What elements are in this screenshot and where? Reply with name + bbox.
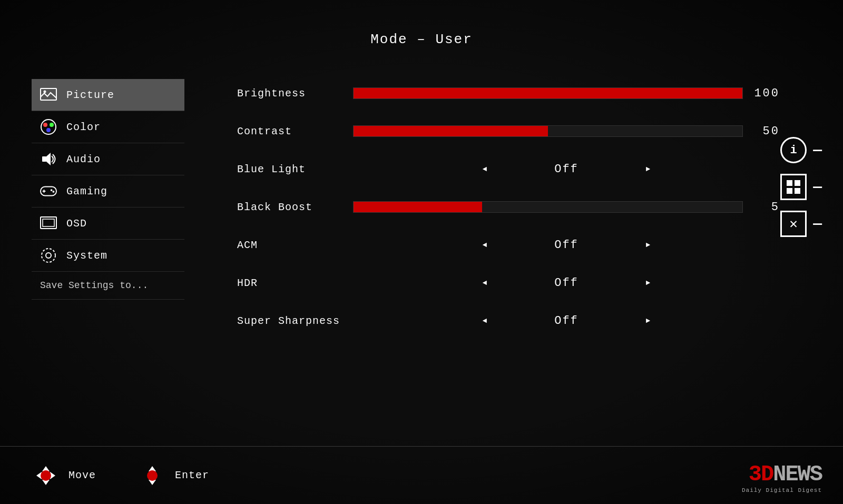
svg-point-1 [44,91,46,93]
svg-point-16 [42,249,55,262]
sidebar-item-picture[interactable]: Picture [32,79,184,111]
screen: Mode – User Picture [0,0,843,504]
save-settings-button[interactable]: Save Settings to... [32,272,184,300]
right-icons-panel: i — — ✕ — [780,137,822,237]
grid-icon-svg [787,180,800,194]
hdr-arrow-control: ◄ Off ► [353,275,780,291]
brightness-label: Brightness [237,87,353,100]
grid-cell-3 [787,188,792,194]
black-boost-control: 5 [353,201,780,214]
sidebar-label-picture: Picture [66,89,114,101]
svg-rect-6 [42,156,46,162]
audio-icon [40,151,57,167]
page-title: Mode – User [0,0,843,47]
svg-point-3 [43,123,47,127]
svg-point-4 [50,123,54,127]
sidebar-item-gaming[interactable]: Gaming [32,175,184,207]
dpad-down [42,480,50,489]
sidebar-item-osd[interactable]: OSD [32,207,184,240]
acm-control: ◄ Off ► [353,237,780,253]
black-boost-row: Black Boost 5 [237,193,780,221]
gaming-icon [40,183,57,200]
blue-light-label: Blue Light [237,163,353,175]
bottom-bar: Move Enter [0,446,843,504]
enter-hint: Enter [138,461,209,490]
svg-marker-7 [46,153,51,165]
move-label: Move [68,469,96,481]
dpad-center [41,470,51,481]
enter-label: Enter [175,469,209,481]
svg-point-15 [46,253,51,258]
main-content: Picture Color [0,79,843,344]
blue-light-right-arrow[interactable]: ► [640,161,656,177]
sidebar-item-audio[interactable]: Audio [32,143,184,175]
super-sharpness-right-arrow[interactable]: ► [640,313,656,329]
enter-dpad [138,461,166,490]
info-dash: — [813,142,822,159]
acm-value: Off [493,239,640,252]
settings-panel: Brightness 100 Contrast 50 [184,79,843,344]
contrast-fill [354,126,548,136]
contrast-row: Contrast 50 [237,117,780,145]
sidebar-label-color: Color [66,121,101,133]
enter-dpad-down [149,480,156,489]
grid-dash: — [813,179,822,195]
blue-light-row: Blue Light ◄ Off ► [237,155,780,183]
black-boost-slider[interactable] [353,201,743,213]
sidebar-item-color[interactable]: Color [32,111,184,143]
acm-right-arrow[interactable]: ► [640,237,656,253]
logo-tagline: Daily Digital Digest [742,487,822,493]
picture-icon [40,86,57,103]
blue-light-left-arrow[interactable]: ◄ [477,161,493,177]
grid-cell-2 [795,180,800,186]
brightness-fill [354,88,742,98]
brightness-slider[interactable] [353,87,743,99]
super-sharpness-row: Super Sharpness ◄ Off ► [237,307,780,335]
hdr-left-arrow[interactable]: ◄ [477,275,493,291]
svg-point-11 [51,189,53,191]
blue-light-control: ◄ Off ► [353,161,780,177]
hdr-value: Off [493,276,640,290]
blue-light-arrow-control: ◄ Off ► [353,161,780,177]
black-boost-label: Black Boost [237,201,353,213]
move-hint: Move [32,461,96,490]
osd-icon [40,215,57,232]
grid-cell-4 [795,188,800,194]
hdr-label: HDR [237,277,353,289]
grid-cell-1 [787,180,792,186]
sidebar-label-osd: OSD [66,218,87,230]
sidebar: Picture Color [32,79,184,344]
logo-area: 3DNEWS Daily Digital Digest [742,462,822,493]
grid-icon-row: — [780,174,822,200]
logo-3d: 3DNEWS [742,462,822,487]
info-icon-row: i — [780,137,822,163]
contrast-control: 50 [353,125,780,138]
close-dash: — [813,216,822,232]
brightness-row: Brightness 100 [237,79,780,107]
super-sharpness-control: ◄ Off ► [353,313,780,329]
grid-icon-button[interactable] [780,174,807,200]
contrast-value: 50 [748,125,780,138]
hdr-row: HDR ◄ Off ► [237,269,780,297]
close-icon-row: ✕ — [780,211,822,237]
acm-left-arrow[interactable]: ◄ [477,237,493,253]
sidebar-label-gaming: Gaming [66,185,107,197]
super-sharpness-value: Off [493,314,640,328]
enter-dpad-center [147,470,158,481]
hdr-control: ◄ Off ► [353,275,780,291]
sidebar-item-system[interactable]: System [32,240,184,272]
close-icon-button[interactable]: ✕ [780,211,807,237]
contrast-slider[interactable] [353,125,743,137]
acm-row: ACM ◄ Off ► [237,231,780,259]
super-sharpness-left-arrow[interactable]: ◄ [477,313,493,329]
sidebar-label-audio: Audio [66,153,101,165]
svg-rect-14 [43,219,54,226]
info-icon-button[interactable]: i [780,137,807,163]
hdr-right-arrow[interactable]: ► [640,275,656,291]
dpad-right [50,472,59,479]
acm-label: ACM [237,239,353,251]
color-icon [40,118,57,135]
black-boost-fill [354,202,482,212]
move-dpad [32,461,60,490]
contrast-label: Contrast [237,125,353,137]
